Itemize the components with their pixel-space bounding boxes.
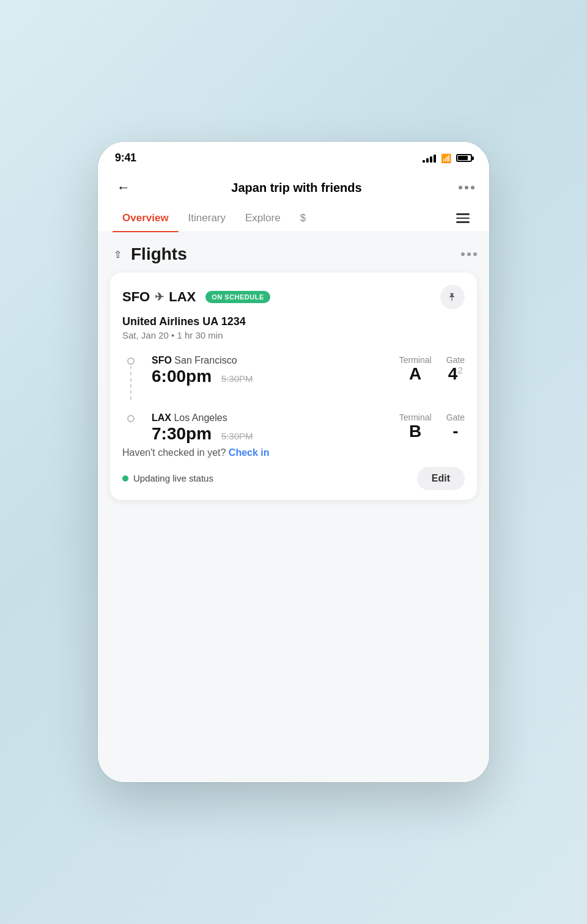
arrival-gate-group: Gate - (446, 413, 465, 441)
phone-frame: 9:41 📶 ← Japan trip with friends Overvie… (98, 142, 489, 782)
arrival-city: Los Angeles (174, 413, 227, 423)
tab-bar: Overview Itinerary Explore $ (98, 205, 489, 232)
departure-terminal-group: Terminal A (399, 355, 432, 384)
tab-menu-button[interactable] (451, 206, 474, 230)
attach-button[interactable]: 🖈 (440, 285, 465, 309)
arrival-circle-icon (127, 415, 135, 422)
stop-line-icon (130, 366, 131, 403)
status-time: 9:41 (115, 152, 136, 164)
departure-time-value: 6:00pm (152, 367, 212, 386)
status-bar: 9:41 📶 (98, 142, 489, 170)
arrival-left: LAX Los Angeles 7:30pm 5:30PM (122, 413, 253, 444)
arrival-terminal-gate: Terminal B Gate - (399, 413, 465, 441)
departure-city: San Francisco (174, 355, 237, 365)
flight-meta: Sat, Jan 20 • 1 hr 30 min (122, 330, 465, 340)
tab-itinerary[interactable]: Itinerary (179, 205, 235, 232)
arrival-indicator (122, 413, 139, 422)
more-options-button[interactable] (459, 186, 474, 189)
back-button[interactable]: ← (113, 177, 135, 199)
checkin-row: Haven't checked in yet? Check in (122, 447, 465, 458)
nav-bar: ← Japan trip with friends (98, 170, 489, 205)
departure-gate-value: 42 (448, 364, 463, 383)
departure-terminal-label: Terminal (399, 355, 432, 365)
section-title-group: ⇧ Flights (110, 244, 187, 264)
departure-gate-sub: 2 (457, 365, 462, 375)
departure-indicator (122, 355, 139, 403)
departure-terminal-value: A (409, 364, 421, 383)
arrival-info: LAX Los Angeles 7:30pm 5:30PM (152, 413, 253, 444)
departure-circle-icon (127, 358, 135, 365)
wifi-icon: 📶 (441, 153, 451, 163)
plane-icon: ✈ (155, 290, 164, 304)
live-status-row: Updating live status Edit (122, 467, 465, 490)
departure-location: SFO San Francisco (152, 355, 253, 366)
arrival-time-value: 7:30pm (152, 424, 212, 443)
destination-code: LAX (169, 289, 196, 305)
arrival-old-time: 5:30PM (221, 431, 253, 441)
flight-card: SFO ✈ LAX ON SCHEDULE 🖈 United Airlines … (110, 273, 477, 500)
departure-terminal-gate: Terminal A Gate 42 (399, 355, 465, 384)
flights-section-title: Flights (131, 244, 187, 264)
departure-gate-label: Gate (446, 355, 465, 365)
arrival-terminal-group: Terminal B (399, 413, 432, 441)
arrival-location: LAX Los Angeles (152, 413, 253, 424)
origin-code: SFO (122, 289, 150, 305)
tab-explore[interactable]: Explore (235, 205, 290, 232)
status-badge: ON SCHEDULE (205, 291, 270, 303)
signal-icon (423, 154, 436, 163)
checkin-prompt: Haven't checked in yet? (122, 447, 226, 458)
chevron-up-icon[interactable]: ⇧ (110, 247, 125, 262)
live-status-text: Updating live status (133, 473, 213, 483)
departure-left: SFO San Francisco 6:00pm 5:30PM (122, 355, 253, 403)
live-dot-icon (122, 475, 128, 482)
departure-code: SFO (152, 355, 172, 365)
departure-gate-group: Gate 42 (446, 355, 465, 384)
arrival-terminal-value: B (409, 422, 421, 441)
arrival-terminal-label: Terminal (399, 413, 432, 422)
departure-time: 6:00pm 5:30PM (152, 367, 253, 386)
battery-icon (456, 154, 472, 162)
arrival-gate-value: - (452, 422, 458, 441)
arrival-code: LAX (152, 413, 171, 423)
departure-info: SFO San Francisco 6:00pm 5:30PM (152, 355, 253, 386)
status-icons: 📶 (423, 153, 472, 163)
airline-name: United Airlines UA 1234 (122, 315, 465, 328)
live-status-indicator: Updating live status (122, 473, 213, 483)
departure-row: SFO San Francisco 6:00pm 5:30PM Terminal… (122, 351, 465, 406)
arrival-row: LAX Los Angeles 7:30pm 5:30PM Terminal B (122, 409, 465, 447)
flights-more-button[interactable] (461, 252, 477, 256)
departure-old-time: 5:30PM (221, 373, 253, 384)
flight-date: Sat, Jan 20 (122, 330, 169, 340)
flight-route: SFO ✈ LAX ON SCHEDULE (122, 289, 270, 305)
flight-card-header: SFO ✈ LAX ON SCHEDULE 🖈 (122, 285, 465, 309)
edit-button[interactable]: Edit (417, 467, 465, 490)
tab-overview[interactable]: Overview (113, 205, 179, 232)
flight-duration: 1 hr 30 min (177, 330, 223, 340)
check-in-button[interactable]: Check in (229, 447, 270, 458)
page-title: Japan trip with friends (231, 181, 361, 195)
content-area: ⇧ Flights SFO ✈ LAX ON SCHEDULE 🖈 (98, 232, 489, 782)
arrival-time: 7:30pm 5:30PM (152, 425, 253, 444)
flights-section-header: ⇧ Flights (110, 244, 477, 264)
route-airports: SFO ✈ LAX (122, 289, 196, 305)
arrival-gate-label: Gate (446, 413, 465, 422)
tab-dollar[interactable]: $ (290, 205, 316, 232)
back-arrow-icon: ← (117, 180, 130, 196)
